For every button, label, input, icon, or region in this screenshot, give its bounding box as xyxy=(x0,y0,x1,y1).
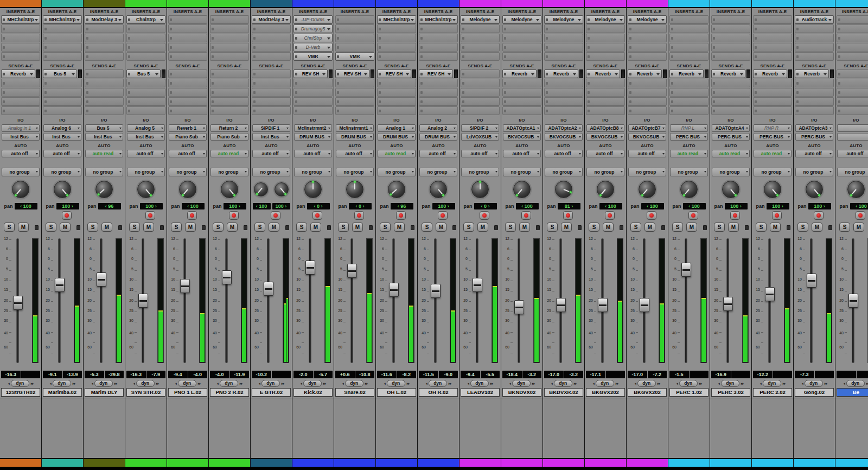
volume-readout[interactable]: -17.0 xyxy=(628,371,647,378)
dyn-button[interactable]: dyn xyxy=(596,380,614,387)
send-slot[interactable]: Reverb xyxy=(586,69,620,78)
send-slot[interactable] xyxy=(1,79,40,87)
insert-slot[interactable] xyxy=(335,34,374,42)
track-color-bar[interactable] xyxy=(543,0,584,8)
track-name[interactable]: PNO 1 L.02 xyxy=(168,388,207,397)
volume-readout[interactable]: -9.4 xyxy=(168,371,188,378)
send-slot[interactable] xyxy=(753,88,792,97)
insert-slot[interactable] xyxy=(586,43,625,52)
pan-value[interactable]: ‹ 100 xyxy=(599,203,622,209)
track-name[interactable]: PNO 2 R.02 xyxy=(210,388,249,397)
volume-fader[interactable] xyxy=(13,296,23,310)
send-slot[interactable] xyxy=(502,88,541,97)
mute-button[interactable]: M xyxy=(853,223,864,232)
group-selector[interactable]: no group xyxy=(503,168,541,176)
peak-readout[interactable]: -4.0 xyxy=(188,371,208,378)
mute-button[interactable]: M xyxy=(477,223,488,232)
output-selector[interactable]: BKVOCSUB xyxy=(545,133,583,141)
volume-fader[interactable] xyxy=(389,283,399,297)
insert-slot[interactable] xyxy=(43,34,82,42)
volume-readout[interactable]: -1.5 xyxy=(669,371,689,378)
group-selector[interactable]: no group xyxy=(586,168,624,176)
automation-mode-selector[interactable]: auto off xyxy=(2,150,40,157)
send-slot[interactable] xyxy=(210,106,249,115)
pan-value[interactable]: ‹ 100 xyxy=(516,203,539,209)
insert-slot[interactable] xyxy=(753,52,792,61)
dyn-button[interactable]: dyn xyxy=(261,380,280,387)
comments-area[interactable] xyxy=(835,398,868,458)
mute-button[interactable]: M xyxy=(394,223,405,232)
insert-slot[interactable] xyxy=(669,15,709,24)
record-arm-button[interactable] xyxy=(187,211,197,220)
comments-area[interactable] xyxy=(459,398,501,458)
volume-readout[interactable]: -16.3 xyxy=(1,371,21,378)
track-name[interactable]: SYN STR.02 xyxy=(126,388,165,397)
solo-button[interactable]: S xyxy=(463,223,474,232)
insert-slot[interactable] xyxy=(586,52,625,61)
track-name[interactable]: Snare.02 xyxy=(335,388,374,397)
insert-slot[interactable] xyxy=(502,34,541,42)
group-selector[interactable]: no group xyxy=(795,168,833,176)
volume-readout[interactable]: -10.2 xyxy=(252,371,271,378)
send-slot[interactable] xyxy=(544,79,583,87)
insert-slot[interactable] xyxy=(628,43,667,52)
send-slot[interactable] xyxy=(210,88,249,97)
insert-slot[interactable] xyxy=(210,52,249,61)
group-selector[interactable]: no group xyxy=(252,168,290,176)
insert-slot[interactable] xyxy=(126,34,165,42)
pan-knob[interactable] xyxy=(597,181,614,198)
output-selector[interactable] xyxy=(837,133,868,141)
comments-area[interactable] xyxy=(167,398,208,458)
send-slot[interactable] xyxy=(252,69,291,78)
automation-mode-selector[interactable]: auto off xyxy=(419,150,457,157)
comments-area[interactable] xyxy=(752,398,793,458)
input-selector[interactable]: ADATOptcA4 xyxy=(712,124,750,132)
send-slot[interactable] xyxy=(669,106,709,115)
insert-slot[interactable]: Melodyne xyxy=(586,15,625,24)
track-color-bar-bottom[interactable] xyxy=(167,458,208,467)
dyn-button[interactable]: dyn xyxy=(679,380,698,387)
volume-readout[interactable]: -9.4 xyxy=(461,371,480,378)
send-slot[interactable] xyxy=(377,106,416,115)
insert-slot[interactable] xyxy=(377,52,416,61)
insert-slot[interactable] xyxy=(377,43,416,52)
insert-slot[interactable]: Drumagog5 xyxy=(293,24,333,33)
pan-value[interactable]: ‹ 100 xyxy=(683,203,706,209)
insert-slot[interactable] xyxy=(335,24,374,33)
insert-slot[interactable]: D-Verb xyxy=(293,43,333,52)
insert-slot[interactable] xyxy=(753,24,792,33)
pan-knob[interactable] xyxy=(680,181,698,198)
track-color-bar[interactable] xyxy=(376,0,417,8)
send-slot[interactable] xyxy=(586,106,625,115)
track-color-bar-bottom[interactable] xyxy=(752,458,793,467)
send-slot[interactable] xyxy=(335,79,374,87)
record-arm-button[interactable] xyxy=(521,211,531,220)
insert-slot[interactable] xyxy=(252,24,291,33)
send-slot[interactable] xyxy=(210,79,249,87)
pan-knob[interactable] xyxy=(275,182,289,196)
send-slot[interactable] xyxy=(795,97,834,106)
pan-value[interactable]: ‹ 100 xyxy=(15,203,37,209)
insert-slot[interactable] xyxy=(168,34,207,42)
pan-value[interactable]: 100 › xyxy=(140,203,163,209)
insert-slot[interactable]: Melodyne xyxy=(461,15,500,24)
insert-slot[interactable] xyxy=(586,34,625,42)
automation-mode-selector[interactable]: auto off xyxy=(503,150,541,157)
solo-button[interactable]: S xyxy=(129,223,140,232)
automation-mode-selector[interactable]: auto read xyxy=(378,150,416,157)
send-slot[interactable] xyxy=(126,97,165,106)
track-color-bar[interactable] xyxy=(418,0,459,8)
insert-slot[interactable] xyxy=(669,34,709,42)
output-selector[interactable]: DRUM BUS xyxy=(378,133,416,141)
track-name[interactable]: Gong.02 xyxy=(795,388,834,397)
solo-button[interactable]: S xyxy=(338,223,349,232)
group-selector[interactable]: no group xyxy=(545,168,583,176)
send-slot[interactable] xyxy=(461,69,500,78)
send-slot[interactable] xyxy=(43,88,82,97)
send-slot[interactable] xyxy=(419,97,458,106)
send-slot[interactable]: Bus 5 xyxy=(43,69,77,78)
track-name[interactable]: PERC 3.02 xyxy=(711,388,750,397)
send-slot[interactable] xyxy=(628,106,667,115)
peak-readout[interactable] xyxy=(690,371,709,378)
track-color-bar[interactable] xyxy=(209,0,250,8)
